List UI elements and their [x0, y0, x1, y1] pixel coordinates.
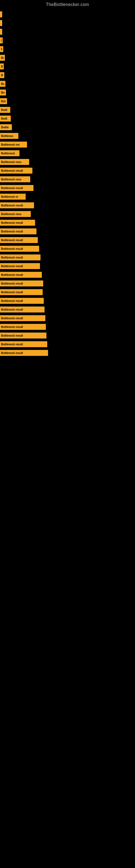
bar-row: Bo — [0, 89, 135, 96]
bar-14: Bottle — [0, 124, 12, 130]
bar-39: Bottleneck result — [0, 341, 47, 347]
bar-2 — [0, 20, 2, 26]
bar-29: Bottleneck result — [0, 254, 41, 260]
bar-label-10: Bo — [1, 91, 5, 94]
bar-row: Bottleneck result — [0, 280, 135, 287]
bar-label-31: Bottleneck result — [1, 273, 23, 276]
bar-row: Bottleneck result — [0, 297, 135, 304]
bar-36: Bottleneck result — [0, 315, 45, 321]
bar-label-27: Bottleneck result — [1, 239, 23, 242]
bar-row: B — [0, 37, 135, 44]
bar-label-29: Bottleneck result — [1, 256, 23, 259]
bar-33: Bottleneck result — [0, 289, 43, 295]
bar-4: B — [0, 37, 3, 43]
bar-17: Bottleneck — [0, 150, 19, 156]
bar-19: Bottleneck result — [0, 167, 32, 174]
bar-row: Bottleneck result — [0, 254, 135, 261]
bar-row: Bottl — [0, 115, 135, 122]
bar-34: Bottleneck result — [0, 298, 44, 304]
bar-label-39: Bottleneck result — [1, 343, 23, 346]
bar-row: Bottleneck resu — [0, 158, 135, 165]
bar-label-18: Bottleneck resu — [1, 161, 21, 163]
bar-24: Bottleneck resu — [0, 211, 31, 217]
bar-label-37: Bottleneck result — [1, 326, 23, 329]
bar-row — [0, 20, 135, 27]
bar-row: Bottleneck result — [0, 202, 135, 209]
bar-27: Bottleneck result — [0, 237, 38, 243]
bar-label-9: Bo — [1, 83, 4, 86]
bar-row: Bo — [0, 54, 135, 61]
bar-row: Bottleneck — [0, 150, 135, 157]
bar-21: Bottleneck result — [0, 185, 34, 191]
bar-5: B — [0, 46, 3, 52]
bar-row: Bottleneck re — [0, 193, 135, 200]
bar-label-19: Bottleneck result — [1, 169, 23, 172]
bar-6: Bo — [0, 55, 5, 61]
bar-31: Bottleneck result — [0, 272, 42, 278]
bar-label-4: B — [1, 39, 2, 42]
bar-label-28: Bottleneck result — [1, 247, 23, 250]
bar-row: Bottleneck result — [0, 332, 135, 339]
bar-1: | — [0, 11, 2, 18]
site-title: TheBottlenecker.com — [0, 0, 135, 8]
bar-22: Bottleneck re — [0, 194, 26, 199]
bar-label-14: Bottle — [1, 126, 9, 129]
bar-label-38: Bottleneck result — [1, 334, 23, 337]
bar-20: Bottleneck resu — [0, 176, 30, 182]
bar-label-6: Bo — [1, 56, 4, 59]
bar-row: B — [0, 45, 135, 53]
bar-label-7: B — [1, 65, 3, 68]
bar-row: Bottleneck result — [0, 323, 135, 330]
bar-row: Bottleneck res — [0, 141, 135, 148]
bar-label-26: Bottleneck result — [1, 230, 23, 233]
bar-row: | — [0, 11, 135, 18]
bar-7: B — [0, 63, 4, 69]
bar-11: Bot — [0, 98, 7, 104]
bar-label-11: Bot — [1, 100, 6, 103]
bar-30: Bottleneck result — [0, 263, 40, 269]
bar-label-16: Bottleneck res — [1, 143, 20, 146]
bar-row: Bottleneck result — [0, 245, 135, 252]
bar-3: F — [0, 29, 2, 35]
bar-16: Bottleneck res — [0, 142, 27, 148]
bar-label-12: Bottl — [1, 108, 7, 112]
bar-row: B — [0, 63, 135, 70]
bar-label-5: B — [1, 48, 2, 51]
bar-label-25: Bottleneck result — [1, 221, 23, 224]
bar-label-20: Bottleneck resu — [1, 178, 21, 181]
bar-row: Bottleneck result — [0, 306, 135, 313]
bar-row: Bottleneck result — [0, 228, 135, 235]
bar-9: Bo — [0, 81, 5, 87]
bar-label-17: Bottleneck — [1, 152, 15, 155]
bar-label-32: Bottleneck result — [1, 282, 23, 285]
bar-40: Bottleneck result — [0, 350, 48, 356]
bar-row: Bottleneck result — [0, 237, 135, 244]
bar-25: Bottleneck result — [0, 220, 35, 226]
bar-23: Bottleneck result — [0, 203, 34, 208]
bar-row: Bottlenec — [0, 132, 135, 140]
bar-row: Bottleneck result — [0, 262, 135, 270]
bar-row: Bottleneck result — [0, 271, 135, 278]
bar-28: Bottleneck result — [0, 246, 39, 252]
bar-row: F — [0, 28, 135, 35]
bar-row: Bottleneck result — [0, 219, 135, 226]
bar-label-22: Bottleneck re — [1, 195, 18, 198]
bar-row: Bottleneck resu — [0, 211, 135, 218]
bar-18: Bottleneck resu — [0, 159, 29, 165]
bar-26: Bottleneck result — [0, 228, 37, 235]
bar-label-33: Bottleneck result — [1, 291, 23, 294]
bar-13: Bottl — [0, 116, 11, 122]
bar-row: Bottleneck resu — [0, 176, 135, 183]
bar-row: Bottleneck result — [0, 349, 135, 356]
bars-container: |FBBBoBBBoBoBotBottlBottlBottleBottlenec… — [0, 8, 135, 358]
bar-label-21: Bottleneck result — [1, 187, 23, 190]
bar-15: Bottlenec — [0, 133, 18, 139]
bar-35: Bottleneck result — [0, 307, 45, 312]
bar-row: Bottl — [0, 106, 135, 113]
bar-row: Bottle — [0, 124, 135, 131]
bar-row: Bottleneck result — [0, 315, 135, 322]
bar-38: Bottleneck result — [0, 333, 46, 339]
bar-label-40: Bottleneck result — [1, 351, 23, 354]
bar-32: Bottleneck result — [0, 280, 43, 286]
bar-label-15: Bottlenec — [1, 134, 13, 137]
